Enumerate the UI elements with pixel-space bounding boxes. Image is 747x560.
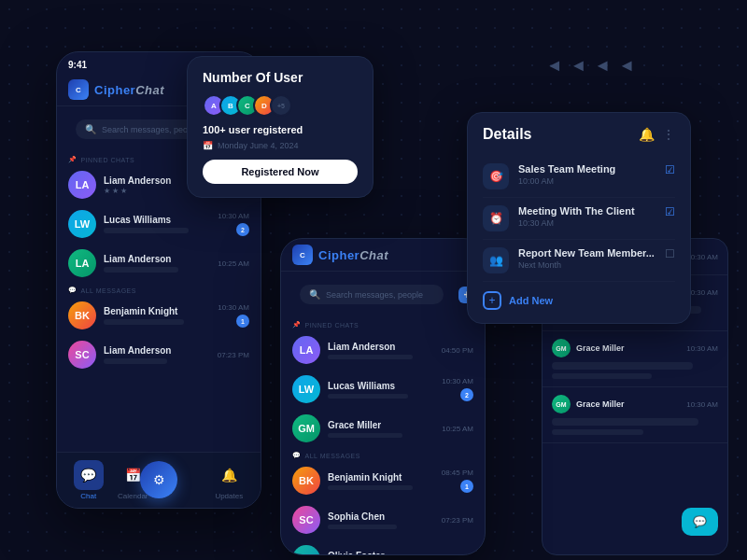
all-messages-label: 💬 All Messages xyxy=(57,283,261,296)
avatar-stack: A B C D +5 xyxy=(203,94,358,117)
fab-button[interactable]: ⚙ xyxy=(140,461,177,498)
chat-preview-bar xyxy=(104,228,189,233)
center-meta-benjamin: 08:45 PM 1 xyxy=(442,469,473,493)
center-app-logo: C xyxy=(292,245,313,265)
center-badge-benjamin: 1 xyxy=(460,480,473,493)
center-name-grace: Grace Miller xyxy=(328,420,434,430)
center-info-sophia: Sophia Chen xyxy=(328,511,434,529)
center-time-sophia: 07:23 PM xyxy=(442,516,473,525)
popup-title: Number Of User xyxy=(203,70,358,85)
chat-info-sophia: Liam Anderson xyxy=(104,345,210,364)
msg-bubble-2 xyxy=(552,362,693,370)
nav-chat[interactable]: 💬 Chat xyxy=(74,460,104,500)
meeting-time-3: Next Month xyxy=(518,260,655,270)
chat-info-benjamin: Benjamin Knight xyxy=(104,306,210,325)
arrow-4[interactable]: ◄ xyxy=(618,56,635,76)
chat-preview-bar4 xyxy=(104,358,167,364)
center-app-header: C CipherChat xyxy=(281,239,485,272)
cyan-action-button[interactable]: 💬 xyxy=(682,508,718,536)
center-pinned-label: 📌Pinned Chats xyxy=(281,317,485,330)
center-preview-1 xyxy=(328,355,413,359)
center-avatar-benjamin: BK xyxy=(292,467,320,495)
app-logo: C xyxy=(68,79,89,100)
chat-meta-benjamin: 10:30 AM 1 xyxy=(218,303,249,328)
center-chat-olivia[interactable]: OF Olivia Foster Yesterday xyxy=(281,539,485,555)
avatar-liam1: LA xyxy=(68,171,96,199)
meeting-item-2[interactable]: ⏰ Meeting With The Client 10:30 AM ☑ xyxy=(483,198,675,240)
add-new-label: Add New xyxy=(509,295,553,306)
chat-nav-icon: 💬 xyxy=(80,468,96,483)
badge-lucas: 2 xyxy=(236,223,249,236)
chat-item-benjamin[interactable]: BK Benjamin Knight 10:30 AM 1 xyxy=(57,296,261,335)
chat-preview-bar3 xyxy=(104,319,184,325)
center-name-sophia: Sophia Chen xyxy=(328,511,434,522)
center-meta-grace: 10:25 AM xyxy=(442,425,473,433)
center-time-liam: 04:50 PM xyxy=(442,346,473,355)
center-app-name: CipherChat xyxy=(318,248,388,262)
more-icon[interactable]: ⋮ xyxy=(662,127,675,142)
msg-bubble-3 xyxy=(552,418,698,426)
calendar-nav-icon: 📅 xyxy=(125,468,141,483)
chat-time-lucas: 10:30 AM xyxy=(218,212,249,220)
arrow-1[interactable]: ◄ xyxy=(546,56,563,76)
arrow-3[interactable]: ◄ xyxy=(594,56,611,76)
chat-item-liam-2[interactable]: LA Liam Anderson 10:25 AM xyxy=(57,244,261,283)
center-name-olivia: Olivia Foster xyxy=(328,551,433,556)
chat-name-lucas: Lucas Williams xyxy=(104,215,210,225)
center-meta-lucas: 10:30 AM 2 xyxy=(442,377,473,401)
meeting-time-1: 10:00 AM xyxy=(518,176,655,186)
center-chat-grace[interactable]: GM Grace Miller 10:25 AM xyxy=(281,409,485,448)
center-chat-sophia[interactable]: SC Sophia Chen 07:23 PM xyxy=(281,500,485,539)
center-avatar-sophia: SC xyxy=(292,506,320,534)
details-title: Details xyxy=(483,126,531,143)
center-avatar-lucas: LW xyxy=(292,375,320,403)
chat-item-lucas[interactable]: LW Lucas Williams 10:30 AM 2 xyxy=(57,204,261,244)
meeting-time-2: 10:30 AM xyxy=(518,218,655,228)
add-new-row[interactable]: + Add New xyxy=(483,282,675,310)
meeting-item-3[interactable]: 👥 Report New Team Member... Next Month ☐ xyxy=(483,240,675,282)
meeting-item-1[interactable]: 🎯 Sales Team Meeting 10:00 AM ☑ xyxy=(483,156,675,198)
nav-updates-icon-wrap: 🔔 xyxy=(214,460,244,490)
fab-icon: ⚙ xyxy=(140,461,177,498)
nav-updates[interactable]: 🔔 Updates xyxy=(214,460,244,500)
updates-nav-icon: 🔔 xyxy=(221,468,237,483)
center-badge-lucas: 2 xyxy=(460,388,473,401)
msg-name-2: Grace Miller xyxy=(576,343,625,353)
msg-time-1: 10:30 AM xyxy=(686,288,718,297)
center-chat-benjamin[interactable]: BK Benjamin Knight 08:45 PM 1 xyxy=(281,461,485,500)
arrow-2[interactable]: ◄ xyxy=(571,56,587,76)
nav-chat-icon-wrap: 💬 xyxy=(74,460,104,490)
center-avatar-liam: LA xyxy=(292,336,320,364)
register-button[interactable]: Registered Now xyxy=(203,160,358,184)
center-time-grace: 10:25 AM xyxy=(442,425,473,433)
user-count: 100+ user registered xyxy=(203,124,358,135)
chat-preview-bar2 xyxy=(104,267,178,273)
meeting-icon-3: 👥 xyxy=(483,247,509,273)
meeting-name-3: Report New Team Member... xyxy=(518,247,655,259)
avatar-lucas: LW xyxy=(68,210,96,238)
center-search-bar[interactable]: 🔍 Search messages, people xyxy=(300,285,444,304)
center-meta-liam: 04:50 PM xyxy=(442,346,473,355)
meeting-info-3: Report New Team Member... Next Month xyxy=(518,247,655,270)
calendar-icon: 📅 xyxy=(203,141,213,150)
chat-item-sophia[interactable]: SC Liam Anderson 07:23 PM xyxy=(57,335,261,374)
app-name: CipherChat xyxy=(94,83,164,97)
msg-bubble-2b xyxy=(552,373,652,379)
center-meta-sophia: 07:23 PM xyxy=(442,516,473,525)
chat-time-sophia: 07:23 PM xyxy=(218,351,249,359)
details-actions: 🔔 ⋮ xyxy=(639,127,675,142)
meeting-check-3: ☐ xyxy=(665,247,675,260)
center-preview-2 xyxy=(328,394,408,399)
right-header-time: 10:30 AM xyxy=(686,253,718,261)
msg-bubble-3b xyxy=(552,429,643,435)
center-info-grace: Grace Miller xyxy=(328,420,434,438)
msg-avatar-2: GM xyxy=(552,339,571,357)
add-new-icon: + xyxy=(483,291,501,310)
badge-benjamin: 1 xyxy=(236,315,249,328)
center-chat-lucas[interactable]: LW Lucas Williams 10:30 AM 2 xyxy=(281,370,485,409)
msg-row-3: GM Grace Miller 10:30 AM xyxy=(543,387,727,443)
chat-name-benjamin: Benjamin Knight xyxy=(104,306,210,316)
center-chat-liam[interactable]: LA Liam Anderson 04:50 PM xyxy=(281,330,485,370)
bell-icon[interactable]: 🔔 xyxy=(639,127,655,142)
center-name-lucas: Lucas Williams xyxy=(328,381,434,391)
